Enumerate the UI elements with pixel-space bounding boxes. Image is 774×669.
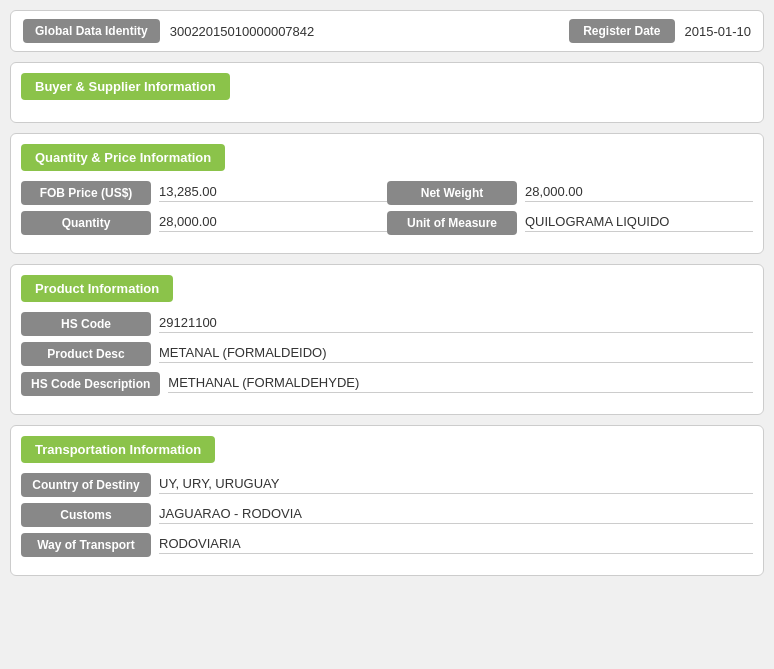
fob-price-col: FOB Price (US$) 13,285.00 [21, 181, 387, 205]
buyer-supplier-header: Buyer & Supplier Information [21, 73, 230, 100]
register-date-label: Register Date [569, 19, 674, 43]
unit-of-measure-value: QUILOGRAMA LIQUIDO [525, 214, 753, 232]
product-info-header: Product Information [21, 275, 173, 302]
top-bar: Global Data Identity 3002201501000000784… [10, 10, 764, 52]
quantity-label: Quantity [21, 211, 151, 235]
register-date-value: 2015-01-10 [685, 24, 752, 39]
transportation-section: Transportation Information Country of De… [10, 425, 764, 576]
customs-row: Customs JAGUARAO - RODOVIA [21, 503, 753, 527]
hs-code-desc-value: METHANAL (FORMALDEHYDE) [168, 375, 753, 393]
unit-of-measure-col: Unit of Measure QUILOGRAMA LIQUIDO [387, 211, 753, 235]
hs-code-desc-label: HS Code Description [21, 372, 160, 396]
net-weight-label: Net Weight [387, 181, 517, 205]
fob-netweight-row: FOB Price (US$) 13,285.00 Net Weight 28,… [21, 181, 753, 205]
way-of-transport-row: Way of Transport RODOVIARIA [21, 533, 753, 557]
product-info-fields: HS Code 29121100 Product Desc METANAL (F… [11, 312, 763, 396]
buyer-supplier-section: Buyer & Supplier Information [10, 62, 764, 123]
customs-value: JAGUARAO - RODOVIA [159, 506, 753, 524]
way-of-transport-label: Way of Transport [21, 533, 151, 557]
fob-price-label: FOB Price (US$) [21, 181, 151, 205]
quantity-price-fields: FOB Price (US$) 13,285.00 Net Weight 28,… [11, 181, 763, 235]
way-of-transport-value: RODOVIARIA [159, 536, 753, 554]
product-desc-row: Product Desc METANAL (FORMALDEIDO) [21, 342, 753, 366]
page-container: Global Data Identity 3002201501000000784… [10, 10, 764, 576]
quantity-value: 28,000.00 [159, 214, 387, 232]
transportation-header: Transportation Information [21, 436, 215, 463]
product-info-section: Product Information HS Code 29121100 Pro… [10, 264, 764, 415]
hs-code-row: HS Code 29121100 [21, 312, 753, 336]
customs-label: Customs [21, 503, 151, 527]
product-desc-label: Product Desc [21, 342, 151, 366]
hs-code-label: HS Code [21, 312, 151, 336]
hs-code-value: 29121100 [159, 315, 753, 333]
country-of-destiny-label: Country of Destiny [21, 473, 151, 497]
quantity-price-header: Quantity & Price Information [21, 144, 225, 171]
transportation-fields: Country of Destiny UY, URY, URUGUAY Cust… [11, 473, 763, 557]
global-data-identity-label: Global Data Identity [23, 19, 160, 43]
fob-price-value: 13,285.00 [159, 184, 387, 202]
hs-code-desc-row: HS Code Description METHANAL (FORMALDEHY… [21, 372, 753, 396]
product-desc-value: METANAL (FORMALDEIDO) [159, 345, 753, 363]
quantity-col: Quantity 28,000.00 [21, 211, 387, 235]
net-weight-col: Net Weight 28,000.00 [387, 181, 753, 205]
unit-of-measure-label: Unit of Measure [387, 211, 517, 235]
quantity-uom-row: Quantity 28,000.00 Unit of Measure QUILO… [21, 211, 753, 235]
global-data-identity-value: 30022015010000007842 [170, 24, 569, 39]
country-of-destiny-value: UY, URY, URUGUAY [159, 476, 753, 494]
net-weight-value: 28,000.00 [525, 184, 753, 202]
quantity-price-section: Quantity & Price Information FOB Price (… [10, 133, 764, 254]
country-of-destiny-row: Country of Destiny UY, URY, URUGUAY [21, 473, 753, 497]
